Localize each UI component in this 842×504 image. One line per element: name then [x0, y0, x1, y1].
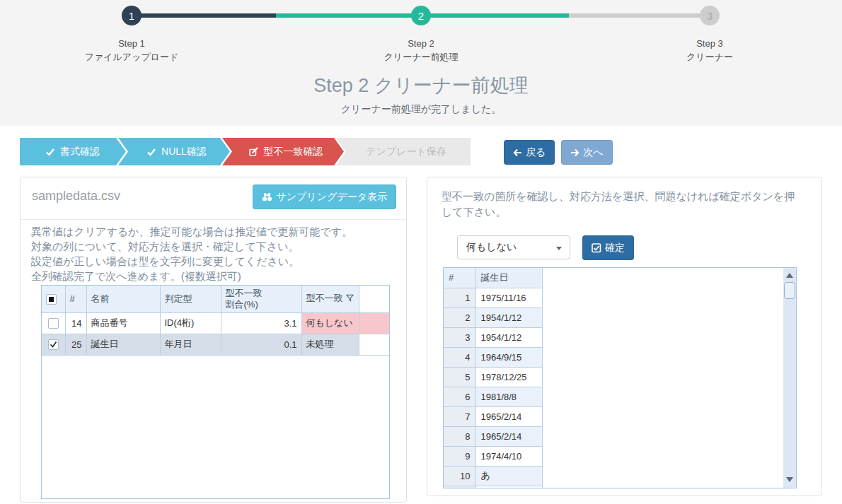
- sampling-data-button[interactable]: サンプリングデータ表示: [253, 184, 396, 209]
- tab-type-mismatch-check[interactable]: 型不一致確認: [222, 138, 344, 165]
- value-row: 81965/2/14: [444, 426, 542, 446]
- cell-name: 商品番号: [86, 312, 160, 334]
- nav-buttons: 戻る 次へ: [504, 140, 613, 165]
- instructions-text: 異常値はクリアするか、推定可能な場合は推定値で更新可能です。対象の列について、対…: [31, 224, 352, 283]
- check-icon: [147, 148, 156, 156]
- header-name: 名前: [86, 286, 160, 312]
- row-checkbox-cell: [42, 312, 65, 334]
- select-all-cell: [42, 286, 65, 312]
- tab-label: 書式確認: [60, 146, 100, 158]
- cell-value: [475, 486, 542, 488]
- step-2-name: クリーナー前処理: [343, 50, 499, 64]
- cell-row-number: 7: [444, 406, 475, 426]
- cell-row-number: 8: [444, 426, 475, 446]
- tab-format-check[interactable]: 書式確認: [20, 138, 126, 165]
- header-mismatch-ratio-line2: 割合(%): [226, 299, 297, 310]
- checkbox-unchecked[interactable]: [48, 318, 59, 329]
- values-panel: 型不一致の箇所を確認し、対応方法を選択、問題なければ確定ボタンを押して下さい。 …: [427, 177, 822, 496]
- tab-label: 型不一致確認: [264, 146, 323, 158]
- cell-row-number: 6: [444, 387, 475, 406]
- value-row: 71965/2/14: [444, 406, 542, 426]
- select-all-checkbox[interactable]: [46, 294, 57, 305]
- cell-num: 25: [65, 334, 86, 355]
- checkbox-checked[interactable]: [48, 339, 59, 350]
- value-row: 41964/9/15: [444, 347, 542, 367]
- cell-ratio: 3.1: [221, 312, 301, 334]
- cell-action: 未処理: [301, 334, 359, 355]
- stepper-connector: [430, 13, 569, 18]
- file-name: sampledata.csv: [32, 189, 120, 204]
- cell-row-number: 1: [444, 288, 475, 307]
- value-row: 51978/12/25: [444, 367, 542, 387]
- binoculars-icon: [262, 192, 272, 201]
- value-row-clipped: [444, 486, 542, 488]
- stepper-connector: [276, 13, 412, 18]
- values-table-header-row: # 誕生日: [444, 268, 542, 288]
- scrollbar-thumb[interactable]: [784, 282, 795, 299]
- instruction-line: 全列確認完了で次へ進めます。(複数選択可): [31, 269, 352, 283]
- cell-filler: [359, 312, 389, 334]
- scroll-up-icon[interactable]: [786, 273, 793, 278]
- stepper-connector: [140, 13, 276, 18]
- cell-value: 1965/2/14: [475, 426, 542, 446]
- header-mismatch: 型不一致: [301, 286, 359, 312]
- step-3-name: クリーナー: [632, 50, 788, 64]
- instruction-line: 設定値が正しい場合は型を文字列に変更してください。: [31, 254, 352, 269]
- chevron-down-icon: [556, 247, 562, 250]
- step-2-label: Step 2 クリーナー前処理: [343, 37, 499, 64]
- cell-type: 年月日: [160, 334, 221, 355]
- header-mismatch-ratio-line1: 型不一致: [226, 288, 297, 299]
- back-button[interactable]: 戻る: [504, 140, 555, 165]
- value-row: 21954/1/12: [444, 307, 542, 327]
- column-row[interactable]: 25誕生日年月日0.1未処理: [42, 334, 389, 355]
- arrow-right-icon: [570, 148, 579, 157]
- step-1-title: Step 1: [54, 37, 209, 50]
- header-mismatch-label: 型不一致: [306, 293, 343, 303]
- next-button[interactable]: 次へ: [561, 140, 612, 165]
- cell-action: 何もしない: [301, 312, 359, 334]
- columns-table-header-row: # 名前 判定型 型不一致 割合(%) 型不一致: [42, 286, 389, 312]
- step-2-title: Step 2: [343, 37, 499, 50]
- cell-value: 1965/2/14: [475, 406, 542, 426]
- action-select[interactable]: 何もしない: [457, 235, 570, 259]
- next-button-label: 次へ: [583, 146, 603, 159]
- cell-row-number: 2: [444, 307, 475, 327]
- stepper-section: 1 2 3 Step 1 ファイルアップロード Step 2 クリーナー前処理 …: [0, 0, 842, 126]
- instruction-line: 異常値はクリアするか、推定可能な場合は推定値で更新可能です。: [31, 224, 352, 239]
- vertical-scrollbar[interactable]: [783, 268, 796, 488]
- cell-value: 1954/1/12: [475, 327, 542, 347]
- indeterminate-mark: [49, 297, 54, 302]
- tab-label: NULL確認: [161, 146, 207, 158]
- header-type: 判定型: [160, 286, 221, 312]
- filter-icon[interactable]: [346, 293, 354, 305]
- page-title: Step 2 クリーナー前処理: [0, 73, 842, 98]
- cell-row-number: 10: [444, 466, 475, 486]
- header-mismatch-ratio: 型不一致 割合(%): [221, 286, 301, 312]
- cell-type: ID(4桁): [160, 312, 221, 334]
- cell-value: 1954/1/12: [475, 307, 542, 327]
- value-row: 11975/11/16: [444, 288, 542, 307]
- cell-row-number: 5: [444, 367, 475, 387]
- confirm-button[interactable]: 確定: [582, 235, 634, 260]
- workflow-tab-bar: 書式確認 NULL確認 型不一致確認 テンプレート保存: [20, 138, 471, 165]
- cell-ratio: 0.1: [221, 334, 301, 355]
- edit-icon: [249, 147, 258, 156]
- step-1-name: ファイルアップロード: [54, 50, 209, 64]
- tab-null-check[interactable]: NULL確認: [118, 138, 230, 165]
- cell-row-number: 4: [444, 347, 475, 367]
- value-row: 61981/8/8: [444, 387, 542, 406]
- cell-row-number: [444, 486, 475, 488]
- step-2-circle[interactable]: 2: [411, 6, 431, 25]
- step-1-circle[interactable]: 1: [122, 6, 142, 25]
- confirm-button-label: 確定: [605, 242, 625, 254]
- scroll-down-icon[interactable]: [786, 477, 793, 482]
- column-row[interactable]: 14商品番号ID(4桁)3.1何もしない: [42, 312, 389, 334]
- step-1-label: Step 1 ファイルアップロード: [54, 37, 209, 64]
- cell-value: 1981/8/8: [475, 387, 542, 406]
- row-checkbox-cell: [42, 334, 65, 355]
- header-num: #: [65, 286, 86, 312]
- cell-row-number: 3: [444, 327, 475, 347]
- header-num: #: [444, 268, 475, 288]
- checked-box-icon: [592, 243, 601, 253]
- cell-value: 1974/4/10: [475, 446, 542, 466]
